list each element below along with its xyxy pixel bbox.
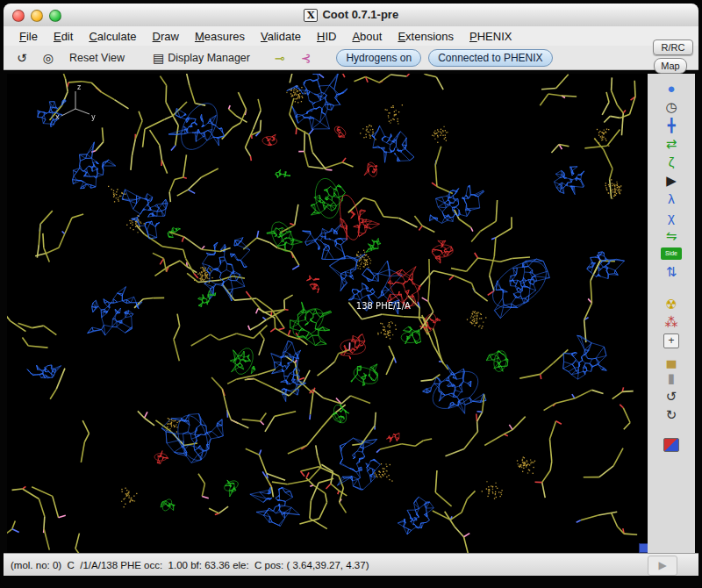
menu-hid[interactable]: HID: [310, 28, 343, 45]
menu-phenix[interactable]: PHENIX: [462, 28, 519, 45]
display-manager-icon: ▤: [153, 52, 164, 64]
status-text: (mol. no: 0) C /1/A/138 PHE occ: 1.00 bf…: [11, 560, 369, 570]
menu-calculate[interactable]: Calculate: [82, 28, 143, 45]
window-frame: XCoot 0.7.1-pre File Edit Calculate Draw…: [0, 0, 702, 588]
add-base-icon[interactable]: ▄: [661, 350, 682, 369]
menu-file[interactable]: File: [12, 28, 45, 45]
toolbar: ↺ ◎ Reset View ▤ Display Manager ⊸ ⊰ Hyd…: [4, 46, 698, 70]
window-title-area: XCoot 0.7.1-pre: [4, 8, 698, 22]
hydrogens-toggle-button[interactable]: Hydrogens on: [336, 49, 421, 67]
goto-atom-button[interactable]: ⊸: [270, 50, 290, 66]
reset-view-button[interactable]: Reset View: [65, 50, 129, 66]
map-button[interactable]: Map: [654, 58, 687, 74]
add-alt-conf-icon[interactable]: ⁂: [661, 313, 682, 332]
titlebar: XCoot 0.7.1-pre: [4, 4, 698, 27]
window-title: Coot 0.7.1-pre: [322, 8, 398, 21]
display-manager-label: Display Manager: [168, 52, 250, 64]
menu-about[interactable]: About: [345, 28, 389, 45]
menu-edit[interactable]: Edit: [47, 28, 80, 45]
recenter-button[interactable]: ◎: [39, 50, 58, 66]
ligand-icon: ⊰: [301, 52, 312, 64]
refresh-view-button[interactable]: ↺: [12, 50, 32, 66]
goto-atom-icon: ⊸: [275, 52, 285, 64]
mutate-icon[interactable]: ⇅: [661, 262, 682, 281]
chi-angles-icon[interactable]: χ: [661, 208, 682, 226]
rotamer-icon[interactable]: λ: [661, 190, 682, 208]
status-bar: (mol. no: 0) C /1/A/138 PHE occ: 1.00 bf…: [4, 553, 698, 576]
model-fit-refine-icon[interactable]: [663, 438, 679, 452]
clock-icon[interactable]: ◷: [661, 97, 682, 116]
rrc-button[interactable]: R/RC: [653, 39, 693, 55]
redo-icon[interactable]: ↻: [661, 405, 682, 424]
target-icon: ◎: [43, 52, 54, 64]
side-chain-flip-icon[interactable]: Side: [661, 247, 682, 260]
side-toolbar: ● ◷ ╋ ⇄ ζ ▶ λ χ ⇋ Side ⇅ ☢ ⁂ + ▄ ▮ ↺ ↻: [648, 74, 695, 553]
menu-validate[interactable]: Validate: [254, 28, 308, 45]
undo-icon[interactable]: ↺: [661, 387, 682, 405]
menu-draw[interactable]: Draw: [146, 28, 186, 45]
refresh-view-icon: ↺: [17, 52, 27, 64]
menu-measures[interactable]: Measures: [188, 28, 252, 45]
phenix-connection-button[interactable]: Connected to PHENIX: [428, 49, 552, 67]
statusbar-expand-button[interactable]: ▶: [648, 556, 677, 576]
ligand-button[interactable]: ⊰: [297, 50, 316, 66]
menu-extensions[interactable]: Extensions: [390, 28, 461, 45]
menu-bar: File Edit Calculate Draw Measures Valida…: [4, 26, 698, 46]
expand-toolbar-icon[interactable]: ▶: [661, 171, 682, 190]
display-ball-icon[interactable]: ●: [661, 79, 682, 97]
molecular-viewport[interactable]: [7, 74, 648, 553]
place-atom-icon[interactable]: +: [663, 333, 679, 348]
x11-icon: X: [304, 9, 319, 22]
delete-item-icon[interactable]: ▮: [661, 369, 682, 387]
display-manager-button[interactable]: ▤ Display Manager: [148, 50, 254, 66]
add-terminal-residue-icon[interactable]: ☢: [661, 295, 682, 313]
move-crosshair-icon[interactable]: ╋: [661, 116, 682, 134]
refine-zone-icon[interactable]: ζ: [661, 153, 682, 171]
flip-peptide-icon[interactable]: ⇋: [661, 226, 682, 245]
rotate-translate-icon[interactable]: ⇄: [661, 134, 682, 153]
